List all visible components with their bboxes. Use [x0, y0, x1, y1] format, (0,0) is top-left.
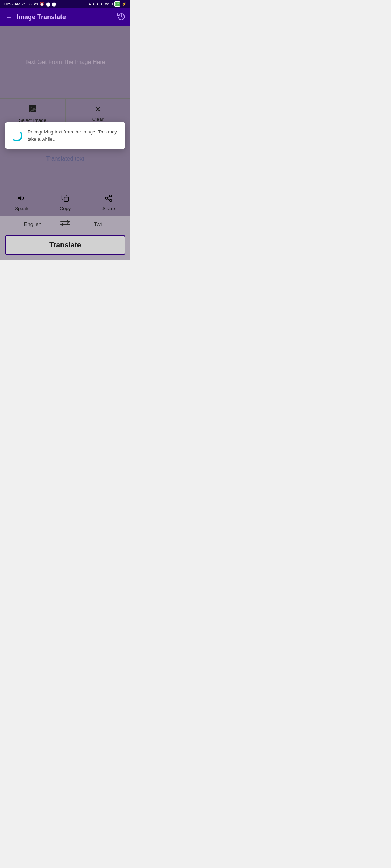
- bottom-action-row: Speak Copy Share: [0, 190, 130, 216]
- loading-message: Recognizing text from the Image. This ma…: [28, 128, 119, 142]
- app-title: Image Translate: [17, 13, 117, 21]
- ocr-placeholder: Text Get From The Image Here: [25, 59, 105, 65]
- charging-icon: ⚡: [122, 2, 127, 7]
- image-icon: [28, 104, 37, 115]
- status-right: ▲▲▲▲ WiFi 62 ⚡: [88, 1, 127, 7]
- translate-btn-wrap: Translate: [0, 232, 130, 260]
- copy-button[interactable]: Copy: [43, 190, 87, 216]
- clear-icon: ✕: [94, 105, 101, 114]
- status-left: 10:52 AM 25.3KB/s ⏰ ⬤ ⬤: [4, 2, 56, 7]
- status-bar: 10:52 AM 25.3KB/s ⏰ ⬤ ⬤ ▲▲▲▲ WiFi 62 ⚡: [0, 0, 130, 8]
- svg-point-1: [30, 107, 31, 108]
- speak-button[interactable]: Speak: [0, 190, 43, 216]
- share-icon: [105, 194, 113, 204]
- share-label: Share: [102, 206, 115, 211]
- share-button[interactable]: Share: [87, 190, 130, 216]
- alarm-icon: ⏰: [39, 2, 45, 7]
- back-button[interactable]: ←: [5, 13, 12, 21]
- loading-spinner: [11, 130, 22, 141]
- loading-dialog: Recognizing text from the Image. This ma…: [5, 122, 125, 149]
- speed: 25.3KB/s: [22, 2, 38, 6]
- ocr-text-area: Text Get From The Image Here: [0, 26, 130, 98]
- wifi-icon: WiFi: [105, 2, 113, 6]
- language-bar: English Twi: [0, 216, 130, 232]
- app-bar: ← Image Translate: [0, 8, 130, 26]
- svg-rect-3: [64, 197, 68, 201]
- battery-indicator: 62: [114, 1, 120, 7]
- app-icon-1: ⬤: [46, 2, 50, 7]
- svg-marker-2: [18, 196, 21, 201]
- speak-icon: [18, 194, 26, 204]
- translated-placeholder: Translated text: [46, 156, 84, 162]
- source-language[interactable]: English: [7, 221, 58, 227]
- copy-label: Copy: [60, 206, 71, 211]
- main-content: Text Get From The Image Here Select Imag…: [0, 26, 130, 260]
- target-language[interactable]: Twi: [72, 221, 123, 227]
- speak-label: Speak: [15, 206, 28, 211]
- time: 10:52 AM: [4, 2, 20, 6]
- svg-line-8: [108, 196, 110, 198]
- translate-button[interactable]: Translate: [5, 235, 125, 255]
- app-icon-2: ⬤: [52, 2, 56, 7]
- history-button[interactable]: [117, 12, 125, 22]
- signal-icon: ▲▲▲▲: [88, 2, 104, 6]
- swap-languages-button[interactable]: [58, 220, 72, 229]
- svg-line-7: [108, 199, 110, 200]
- copy-icon: [61, 194, 69, 204]
- clear-label: Clear: [92, 116, 104, 122]
